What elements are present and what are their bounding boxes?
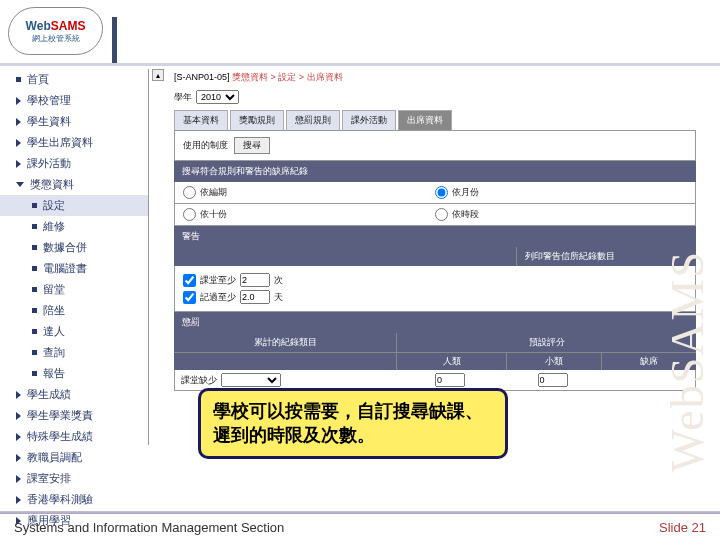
row-select[interactable] bbox=[221, 373, 281, 387]
sidebar-item-staff[interactable]: 教職員調配 bbox=[0, 447, 148, 468]
radio-by-ten[interactable] bbox=[183, 208, 196, 221]
punish-header: 懲罰 bbox=[174, 312, 696, 333]
header-rule bbox=[0, 63, 720, 66]
main-panel: [S-ANP01-05] 獎懲資料 > 設定 > 出席資料 學年 2010 基本… bbox=[174, 71, 696, 391]
radio-by-month[interactable] bbox=[435, 186, 448, 199]
sidebar-item-attendance[interactable]: 學生出席資料 bbox=[0, 132, 148, 153]
bullet-icon bbox=[32, 245, 37, 250]
check-demerit-min[interactable] bbox=[183, 291, 196, 304]
sidebar-item-sen-results[interactable]: 特殊學生成績 bbox=[0, 426, 148, 447]
bullet-icon bbox=[32, 329, 37, 334]
input-score-1[interactable] bbox=[435, 373, 465, 387]
sidebar-sub-settings[interactable]: 設定 bbox=[0, 195, 148, 216]
tab-reward[interactable]: 獎勵規則 bbox=[230, 110, 284, 130]
chevron-right-icon bbox=[16, 97, 21, 105]
chevron-right-icon bbox=[16, 391, 21, 399]
year-label: 學年 bbox=[174, 91, 192, 104]
row-label: 課堂缺少 bbox=[181, 374, 217, 387]
radio-by-term[interactable] bbox=[183, 186, 196, 199]
tab-eca[interactable]: 課外活動 bbox=[342, 110, 396, 130]
sidebar-sub-escort[interactable]: 陪坐 bbox=[0, 300, 148, 321]
chevron-right-icon bbox=[16, 139, 21, 147]
tab-basic[interactable]: 基本資料 bbox=[174, 110, 228, 130]
sidebar-sub-enquiry[interactable]: 查詢 bbox=[0, 342, 148, 363]
th-default-score: 預設評分 bbox=[396, 333, 696, 352]
sidebar-sub-report[interactable]: 報告 bbox=[0, 363, 148, 384]
bullet-icon bbox=[32, 350, 37, 355]
system-label: 使用的制度 bbox=[183, 139, 228, 152]
bullet-icon bbox=[32, 287, 37, 292]
sidebar-item-academic-awards[interactable]: 學生學業獎責 bbox=[0, 405, 148, 426]
header-divider bbox=[112, 17, 117, 65]
sidebar-sub-expert[interactable]: 達人 bbox=[0, 321, 148, 342]
sidebar-item-home[interactable]: 首頁 bbox=[0, 69, 148, 90]
th-human: 人類 bbox=[396, 353, 506, 370]
tab-attendance[interactable]: 出席資料 bbox=[398, 110, 452, 130]
bullet-icon bbox=[32, 266, 37, 271]
annotation-callout: 學校可以按需要，自訂搜尋缺課、遲到的時限及次數。 bbox=[198, 388, 508, 459]
sidebar-item-school-mgmt[interactable]: 學校管理 bbox=[0, 90, 148, 111]
radio-by-period[interactable] bbox=[435, 208, 448, 221]
chevron-right-icon bbox=[16, 454, 21, 462]
sidebar-item-hk-test[interactable]: 香港學科測驗 bbox=[0, 489, 148, 510]
input-demerit-min[interactable] bbox=[240, 290, 270, 304]
th-record-type: 累計的紀錄類目 bbox=[174, 333, 396, 352]
sidebar-item-eca[interactable]: 課外活動 bbox=[0, 153, 148, 174]
th-minor: 小類 bbox=[506, 353, 601, 370]
tab-punish[interactable]: 懲罰規則 bbox=[286, 110, 340, 130]
chevron-right-icon bbox=[16, 160, 21, 168]
sidebar-sub-merge[interactable]: 數據合併 bbox=[0, 237, 148, 258]
vertical-divider bbox=[148, 69, 149, 445]
chevron-right-icon bbox=[16, 118, 21, 126]
breadcrumb: [S-ANP01-05] 獎懲資料 > 設定 > 出席資料 bbox=[174, 71, 696, 84]
watermark: WebSAMS bbox=[661, 250, 714, 472]
bullet-icon bbox=[32, 224, 37, 229]
input-score-2[interactable] bbox=[538, 373, 568, 387]
search-criteria-header: 搜尋符合規則和警告的缺席紀錄 bbox=[174, 161, 696, 182]
warning-header: 警告 bbox=[174, 226, 696, 247]
websams-logo: WebSAMS 網上校管系統 bbox=[8, 7, 103, 55]
sidebar-sub-cert[interactable]: 電腦證書 bbox=[0, 258, 148, 279]
chevron-right-icon bbox=[16, 412, 21, 420]
footer-right: Slide 21 bbox=[659, 520, 706, 535]
sidebar-item-results[interactable]: 學生成績 bbox=[0, 384, 148, 405]
sidebar-sub-detention[interactable]: 留堂 bbox=[0, 279, 148, 300]
chevron-right-icon bbox=[16, 496, 21, 504]
check-lesson-min[interactable] bbox=[183, 274, 196, 287]
chevron-down-icon bbox=[16, 182, 24, 187]
bullet-icon bbox=[32, 203, 37, 208]
sidebar-sub-maintain[interactable]: 維修 bbox=[0, 216, 148, 237]
sidebar-item-student-info[interactable]: 學生資料 bbox=[0, 111, 148, 132]
chevron-right-icon bbox=[16, 433, 21, 441]
sidebar-item-awards[interactable]: 獎懲資料 bbox=[0, 174, 148, 195]
year-select[interactable]: 2010 bbox=[196, 90, 239, 104]
scroll-up-icon[interactable]: ▴ bbox=[152, 69, 164, 81]
footer-left: Systems and Information Management Secti… bbox=[14, 520, 284, 535]
input-lesson-min[interactable] bbox=[240, 273, 270, 287]
bullet-icon bbox=[16, 77, 21, 82]
search-button[interactable]: 搜尋 bbox=[234, 137, 270, 154]
sidebar: 首頁 學校管理 學生資料 學生出席資料 課外活動 獎懲資料 設定 維修 數據合併… bbox=[0, 69, 148, 531]
sidebar-item-room[interactable]: 課室安排 bbox=[0, 468, 148, 489]
chevron-right-icon bbox=[16, 475, 21, 483]
bullet-icon bbox=[32, 308, 37, 313]
bullet-icon bbox=[32, 371, 37, 376]
